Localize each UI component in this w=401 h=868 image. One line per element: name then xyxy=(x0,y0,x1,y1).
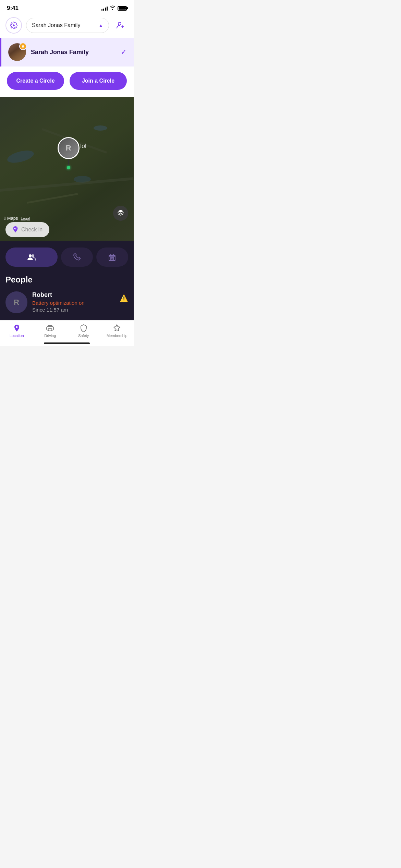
tab-places[interactable] xyxy=(96,248,128,267)
phone-tab-icon xyxy=(73,253,81,261)
bottom-nav: Location Driving Safety Membership xyxy=(0,320,134,340)
dropdown-left: R Sarah Jonas Family xyxy=(8,43,89,61)
home-indicator xyxy=(0,340,134,346)
map-pin-dot xyxy=(67,166,70,169)
settings-button[interactable] xyxy=(5,17,22,34)
person-status: Battery optimization on xyxy=(32,300,115,306)
person-initial: R xyxy=(14,298,19,307)
join-circle-button[interactable]: Join a Circle xyxy=(70,72,127,90)
home-bar xyxy=(44,342,90,344)
map-pin-tail xyxy=(68,159,69,166)
gear-icon xyxy=(10,22,17,29)
maps-branding:  Maps Legal xyxy=(4,216,30,221)
nav-driving[interactable]: Driving xyxy=(34,324,67,338)
check-in-button[interactable]: Check in xyxy=(5,222,49,237)
svg-point-2 xyxy=(32,254,34,257)
safety-nav-label: Safety xyxy=(78,334,89,338)
create-circle-button[interactable]: Create a Circle xyxy=(7,72,64,90)
map-user-avatar: R xyxy=(58,137,80,159)
apple-maps-label:  Maps xyxy=(4,216,18,221)
dropdown-circle-item[interactable]: R Sarah Jonas Family ✓ xyxy=(0,38,134,67)
add-person-button[interactable] xyxy=(113,18,128,33)
map-view[interactable]: R lol  Maps Legal Check in xyxy=(0,97,134,241)
person-info: Robert Battery optimization on Since 11:… xyxy=(32,291,115,313)
building-tab-icon xyxy=(108,253,116,261)
safety-nav-icon xyxy=(80,324,88,332)
add-person-icon xyxy=(116,21,125,30)
svg-point-1 xyxy=(29,254,32,257)
signal-icon xyxy=(101,6,108,11)
selected-checkmark-icon: ✓ xyxy=(121,48,127,57)
driving-nav-icon xyxy=(46,324,54,332)
tab-people[interactable] xyxy=(5,248,58,267)
people-title: People xyxy=(5,275,128,285)
circle-selector[interactable]: Sarah Jonas Family ▲ xyxy=(26,18,109,33)
people-tab-icon xyxy=(27,253,36,261)
header: Sarah Jonas Family ▲ xyxy=(0,14,134,38)
nav-location[interactable]: Location xyxy=(0,324,34,338)
dropdown-circle-name: Sarah Jonas Family xyxy=(31,49,89,56)
warning-icon: ⚠️ xyxy=(120,294,128,302)
map-floating-label: lol xyxy=(80,143,86,150)
people-section: People R Robert Battery optimization on … xyxy=(5,275,128,320)
person-avatar: R xyxy=(5,291,27,313)
battery-icon xyxy=(118,6,127,11)
chevron-up-icon: ▲ xyxy=(98,23,103,28)
membership-nav-label: Membership xyxy=(107,334,127,338)
membership-nav-icon xyxy=(113,324,121,332)
legal-link[interactable]: Legal xyxy=(21,216,30,220)
person-name: Robert xyxy=(32,291,115,299)
nav-safety[interactable]: Safety xyxy=(67,324,100,338)
layers-icon xyxy=(117,209,124,218)
svg-point-0 xyxy=(118,22,121,25)
svg-point-8 xyxy=(51,329,52,331)
location-nav-icon xyxy=(13,324,21,332)
person-item[interactable]: R Robert Battery optimization on Since 1… xyxy=(5,291,128,313)
wifi-icon xyxy=(110,5,116,11)
avatar-badge: R xyxy=(19,43,27,50)
circle-selector-label: Sarah Jonas Family xyxy=(32,22,80,28)
driving-nav-label: Driving xyxy=(44,334,56,338)
person-time: Since 11:57 am xyxy=(32,307,115,313)
svg-point-7 xyxy=(48,329,49,331)
check-in-pin-icon xyxy=(12,226,19,233)
tab-row xyxy=(5,248,128,267)
avatar-wrap: R xyxy=(8,43,26,61)
bottom-panel: People R Robert Battery optimization on … xyxy=(0,241,134,320)
tab-phone[interactable] xyxy=(61,248,93,267)
check-in-label: Check in xyxy=(21,227,42,233)
svg-point-5 xyxy=(16,326,17,328)
circle-buttons-area: Create a Circle Join a Circle xyxy=(0,67,134,97)
map-layers-button[interactable] xyxy=(113,206,128,221)
location-nav-label: Location xyxy=(10,334,24,338)
status-bar: 9:41 xyxy=(0,0,134,14)
svg-rect-4 xyxy=(111,258,113,259)
status-time: 9:41 xyxy=(7,5,19,12)
map-user-pin: R xyxy=(58,137,80,169)
map-user-initial: R xyxy=(59,138,78,158)
status-icons xyxy=(101,5,127,11)
nav-membership[interactable]: Membership xyxy=(100,324,134,338)
